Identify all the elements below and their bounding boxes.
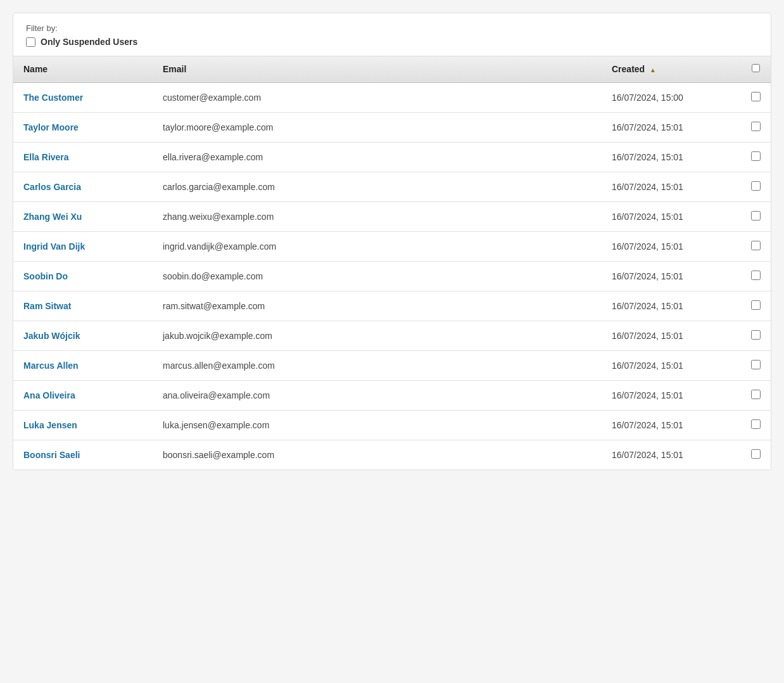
user-name-link-1[interactable]: Taylor Moore	[23, 122, 79, 132]
table-row: Boonsri Saeli boonsri.saeli@example.com …	[13, 440, 771, 470]
table-row: The Customer customer@example.com 16/07/…	[13, 82, 771, 113]
cell-created-11: 16/07/2024, 15:01	[602, 411, 741, 440]
cell-created-0: 16/07/2024, 15:00	[602, 82, 741, 113]
cell-created-3: 16/07/2024, 15:01	[602, 172, 741, 202]
cell-created-9: 16/07/2024, 15:01	[602, 351, 741, 381]
table-row: Soobin Do soobin.do@example.com 16/07/20…	[13, 262, 771, 291]
cell-name-9: Marcus Allen	[13, 351, 153, 381]
row-checkbox-3[interactable]	[751, 181, 761, 191]
table-row: Taylor Moore taylor.moore@example.com 16…	[13, 113, 771, 143]
col-header-created[interactable]: Created ▲	[602, 56, 741, 82]
cell-created-10: 16/07/2024, 15:01	[602, 381, 741, 411]
user-name-link-6[interactable]: Soobin Do	[23, 271, 68, 281]
row-checkbox-7[interactable]	[751, 300, 761, 310]
cell-email-9: marcus.allen@example.com	[153, 351, 602, 381]
table-row: Zhang Wei Xu zhang.weixu@example.com 16/…	[13, 202, 771, 232]
cell-check-8	[741, 321, 771, 351]
cell-email-8: jakub.wojcik@example.com	[153, 321, 602, 351]
row-checkbox-0[interactable]	[751, 92, 761, 101]
suspended-checkbox[interactable]	[26, 37, 35, 47]
cell-created-2: 16/07/2024, 15:01	[602, 143, 741, 172]
cell-name-4: Zhang Wei Xu	[13, 202, 153, 232]
cell-email-12: boonsri.saeli@example.com	[153, 440, 602, 470]
cell-name-11: Luka Jensen	[13, 411, 153, 440]
row-checkbox-8[interactable]	[751, 330, 761, 340]
cell-check-4	[741, 202, 771, 232]
cell-email-0: customer@example.com	[153, 82, 602, 113]
main-container: Filter by: Only Suspended Users Name Ema…	[13, 13, 771, 470]
table-row: Ram Sitwat ram.sitwat@example.com 16/07/…	[13, 291, 771, 321]
user-name-link-5[interactable]: Ingrid Van Dijk	[23, 241, 85, 252]
cell-created-6: 16/07/2024, 15:01	[602, 262, 741, 291]
table-row: Jakub Wójcik jakub.wojcik@example.com 16…	[13, 321, 771, 351]
cell-name-8: Jakub Wójcik	[13, 321, 153, 351]
user-name-link-3[interactable]: Carlos Garcia	[23, 182, 81, 192]
cell-check-12	[741, 440, 771, 470]
cell-email-1: taylor.moore@example.com	[153, 113, 602, 143]
user-name-link-12[interactable]: Boonsri Saeli	[23, 450, 80, 460]
cell-created-5: 16/07/2024, 15:01	[602, 232, 741, 262]
table-body: The Customer customer@example.com 16/07/…	[13, 82, 771, 469]
cell-created-8: 16/07/2024, 15:01	[602, 321, 741, 351]
cell-created-4: 16/07/2024, 15:01	[602, 202, 741, 232]
user-name-link-4[interactable]: Zhang Wei Xu	[23, 212, 82, 222]
row-checkbox-5[interactable]	[751, 241, 761, 250]
cell-name-0: The Customer	[13, 82, 153, 113]
col-header-select-all[interactable]	[741, 56, 771, 82]
row-checkbox-9[interactable]	[751, 360, 761, 369]
cell-name-10: Ana Oliveira	[13, 381, 153, 411]
table-row: Carlos Garcia carlos.garcia@example.com …	[13, 172, 771, 202]
col-header-name[interactable]: Name	[13, 56, 153, 82]
cell-name-1: Taylor Moore	[13, 113, 153, 143]
row-checkbox-6[interactable]	[751, 271, 761, 280]
user-name-link-11[interactable]: Luka Jensen	[23, 420, 77, 430]
cell-name-7: Ram Sitwat	[13, 291, 153, 321]
cell-check-7	[741, 291, 771, 321]
cell-name-3: Carlos Garcia	[13, 172, 153, 202]
table-row: Ingrid Van Dijk ingrid.vandijk@example.c…	[13, 232, 771, 262]
row-checkbox-2[interactable]	[751, 151, 761, 161]
user-name-link-0[interactable]: The Customer	[23, 93, 83, 103]
cell-email-5: ingrid.vandijk@example.com	[153, 232, 602, 262]
cell-check-0	[741, 82, 771, 113]
user-name-link-7[interactable]: Ram Sitwat	[23, 301, 71, 311]
table-header-row: Name Email Created ▲	[13, 56, 771, 82]
user-name-link-10[interactable]: Ana Oliveira	[23, 390, 75, 400]
row-checkbox-4[interactable]	[751, 211, 761, 220]
user-name-link-2[interactable]: Ella Rivera	[23, 152, 69, 162]
users-table: Name Email Created ▲ The Customer custom…	[13, 56, 771, 469]
cell-check-3	[741, 172, 771, 202]
cell-name-5: Ingrid Van Dijk	[13, 232, 153, 262]
row-checkbox-1[interactable]	[751, 122, 761, 131]
cell-email-4: zhang.weixu@example.com	[153, 202, 602, 232]
filter-label: Filter by:	[26, 23, 758, 33]
cell-email-6: soobin.do@example.com	[153, 262, 602, 291]
select-all-checkbox[interactable]	[752, 64, 760, 72]
cell-created-12: 16/07/2024, 15:01	[602, 440, 741, 470]
cell-check-9	[741, 351, 771, 381]
row-checkbox-11[interactable]	[751, 419, 761, 429]
cell-email-3: carlos.garcia@example.com	[153, 172, 602, 202]
cell-check-2	[741, 143, 771, 172]
cell-check-6	[741, 262, 771, 291]
cell-name-12: Boonsri Saeli	[13, 440, 153, 470]
filter-section: Filter by: Only Suspended Users	[13, 13, 771, 56]
user-name-link-9[interactable]: Marcus Allen	[23, 361, 79, 371]
cell-email-10: ana.oliveira@example.com	[153, 381, 602, 411]
cell-name-2: Ella Rivera	[13, 143, 153, 172]
suspended-label[interactable]: Only Suspended Users	[41, 37, 137, 47]
row-checkbox-12[interactable]	[751, 449, 761, 459]
row-checkbox-10[interactable]	[751, 390, 761, 399]
cell-check-10	[741, 381, 771, 411]
cell-name-6: Soobin Do	[13, 262, 153, 291]
table-row: Luka Jensen luka.jensen@example.com 16/0…	[13, 411, 771, 440]
col-header-email[interactable]: Email	[153, 56, 602, 82]
user-name-link-8[interactable]: Jakub Wójcik	[23, 331, 80, 341]
cell-check-1	[741, 113, 771, 143]
cell-check-5	[741, 232, 771, 262]
table-row: Ana Oliveira ana.oliveira@example.com 16…	[13, 381, 771, 411]
cell-check-11	[741, 411, 771, 440]
cell-created-1: 16/07/2024, 15:01	[602, 113, 741, 143]
table-row: Ella Rivera ella.rivera@example.com 16/0…	[13, 143, 771, 172]
cell-email-2: ella.rivera@example.com	[153, 143, 602, 172]
